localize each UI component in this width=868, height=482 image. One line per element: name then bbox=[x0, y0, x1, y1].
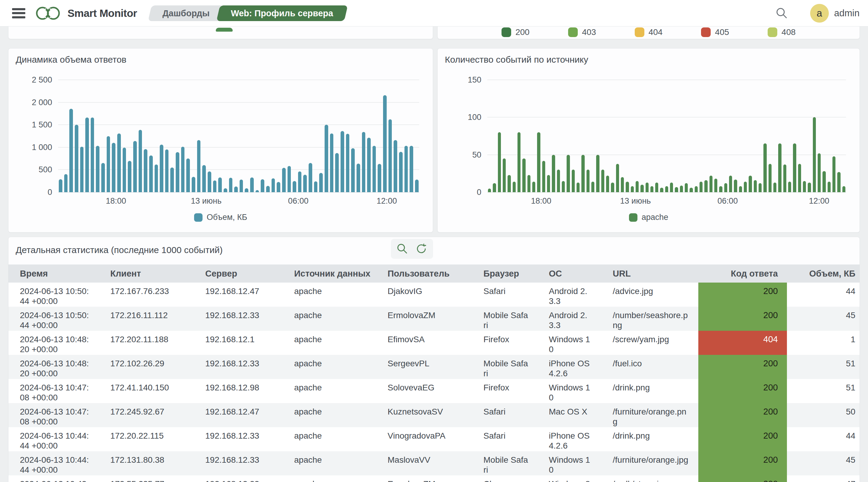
bar[interactable] bbox=[399, 152, 403, 192]
bar[interactable] bbox=[542, 161, 545, 192]
tab-web-server-profile[interactable]: Web: Профиль сервера bbox=[216, 5, 347, 21]
bar[interactable] bbox=[769, 164, 772, 192]
bar[interactable] bbox=[689, 188, 692, 192]
bar[interactable] bbox=[69, 109, 73, 193]
bar[interactable] bbox=[832, 156, 835, 192]
bar[interactable] bbox=[59, 179, 62, 192]
bar[interactable] bbox=[170, 167, 174, 192]
bar[interactable] bbox=[764, 143, 767, 192]
avatar[interactable]: a bbox=[810, 4, 829, 23]
table-row[interactable]: 2024-06-13 10:44:44 +00:00172.131.80.381… bbox=[8, 451, 860, 475]
username[interactable]: admin bbox=[834, 8, 860, 19]
bar[interactable] bbox=[650, 186, 653, 192]
bar[interactable] bbox=[107, 136, 110, 193]
bar[interactable] bbox=[224, 188, 227, 192]
bar[interactable] bbox=[277, 182, 280, 192]
tab-dashboards[interactable]: Дашборды bbox=[148, 5, 224, 21]
bar[interactable] bbox=[266, 186, 270, 192]
bar[interactable] bbox=[518, 132, 521, 192]
column-header[interactable]: ОС bbox=[537, 264, 601, 283]
bar[interactable] bbox=[577, 183, 580, 192]
bar[interactable] bbox=[724, 183, 727, 192]
bar[interactable] bbox=[160, 144, 163, 192]
bar[interactable] bbox=[803, 181, 806, 192]
bar[interactable] bbox=[626, 182, 629, 192]
bar[interactable] bbox=[788, 182, 791, 192]
bar[interactable] bbox=[186, 158, 190, 192]
bar[interactable] bbox=[572, 170, 575, 192]
bar[interactable] bbox=[823, 171, 826, 192]
bar[interactable] bbox=[754, 180, 757, 192]
column-header[interactable]: Код ответа bbox=[698, 264, 787, 283]
bar[interactable] bbox=[341, 131, 344, 192]
table-row[interactable]: 2024-06-13 10:47:08 +00:00172.245.92.671… bbox=[8, 403, 860, 427]
table-row[interactable]: 2024-06-13 10:50:44 +00:00172.167.76.233… bbox=[8, 283, 860, 307]
bar[interactable] bbox=[773, 183, 776, 192]
bar[interactable] bbox=[660, 188, 663, 192]
status-legend-item[interactable]: 200 bbox=[501, 27, 530, 37]
bar[interactable] bbox=[498, 132, 501, 192]
bar[interactable] bbox=[522, 158, 525, 192]
bar[interactable] bbox=[144, 149, 147, 192]
bar[interactable] bbox=[410, 146, 413, 192]
bar[interactable] bbox=[813, 117, 816, 192]
bar[interactable] bbox=[532, 182, 535, 192]
bar[interactable] bbox=[245, 188, 248, 192]
bar[interactable] bbox=[378, 164, 381, 192]
bar[interactable] bbox=[719, 186, 722, 192]
bar[interactable] bbox=[793, 143, 796, 192]
bar[interactable] bbox=[601, 170, 604, 192]
bar[interactable] bbox=[704, 180, 707, 192]
table-row[interactable]: 2024-06-13 10:48:20 +00:00172.102.26.291… bbox=[8, 355, 860, 379]
table-row[interactable]: 2024-06-13 10:50:44 +00:00172.216.11.112… bbox=[8, 307, 860, 331]
bar[interactable] bbox=[394, 140, 397, 192]
bar[interactable] bbox=[155, 164, 158, 193]
bar[interactable] bbox=[303, 175, 307, 192]
bar[interactable] bbox=[309, 163, 312, 192]
bar[interactable] bbox=[547, 175, 550, 192]
bar[interactable] bbox=[133, 141, 137, 192]
bar[interactable] bbox=[513, 182, 516, 192]
bar[interactable] bbox=[557, 170, 560, 192]
bar[interactable] bbox=[621, 177, 624, 192]
bar[interactable] bbox=[351, 148, 355, 192]
table-row[interactable]: 2024-06-13 10:48:20 +00:00172.202.11.188… bbox=[8, 331, 860, 355]
bar[interactable] bbox=[596, 155, 599, 192]
bar[interactable] bbox=[636, 181, 639, 192]
bar[interactable] bbox=[818, 153, 821, 192]
bar[interactable] bbox=[112, 143, 116, 192]
bar[interactable] bbox=[714, 179, 717, 192]
bar[interactable] bbox=[389, 119, 392, 192]
bar[interactable] bbox=[591, 182, 594, 192]
status-legend-item[interactable]: 405 bbox=[701, 27, 729, 37]
bar[interactable] bbox=[319, 173, 323, 192]
bar[interactable] bbox=[287, 166, 291, 192]
table-refresh-icon[interactable] bbox=[413, 241, 430, 257]
bar[interactable] bbox=[282, 168, 286, 192]
bar[interactable] bbox=[655, 183, 658, 192]
bar[interactable] bbox=[324, 125, 328, 192]
bar[interactable] bbox=[710, 175, 712, 192]
bar[interactable] bbox=[218, 178, 222, 192]
bar[interactable] bbox=[335, 153, 339, 192]
bar[interactable] bbox=[527, 175, 530, 192]
bar[interactable] bbox=[234, 187, 238, 192]
bar[interactable] bbox=[192, 177, 195, 192]
bar[interactable] bbox=[346, 134, 350, 192]
bar[interactable] bbox=[202, 165, 206, 192]
bar[interactable] bbox=[101, 163, 105, 192]
bar[interactable] bbox=[149, 155, 153, 192]
bar[interactable] bbox=[749, 175, 752, 192]
bar[interactable] bbox=[646, 183, 649, 192]
search-icon[interactable] bbox=[773, 5, 790, 22]
column-header[interactable]: Клиент bbox=[99, 264, 194, 283]
bar[interactable] bbox=[493, 183, 496, 192]
bar[interactable] bbox=[91, 118, 94, 192]
column-header[interactable]: Источник данных bbox=[283, 264, 376, 283]
bar[interactable] bbox=[298, 171, 302, 192]
bar[interactable] bbox=[208, 171, 211, 192]
bar[interactable] bbox=[80, 147, 84, 192]
bar[interactable] bbox=[828, 182, 831, 192]
bar[interactable] bbox=[783, 164, 786, 192]
bar[interactable] bbox=[503, 158, 506, 192]
